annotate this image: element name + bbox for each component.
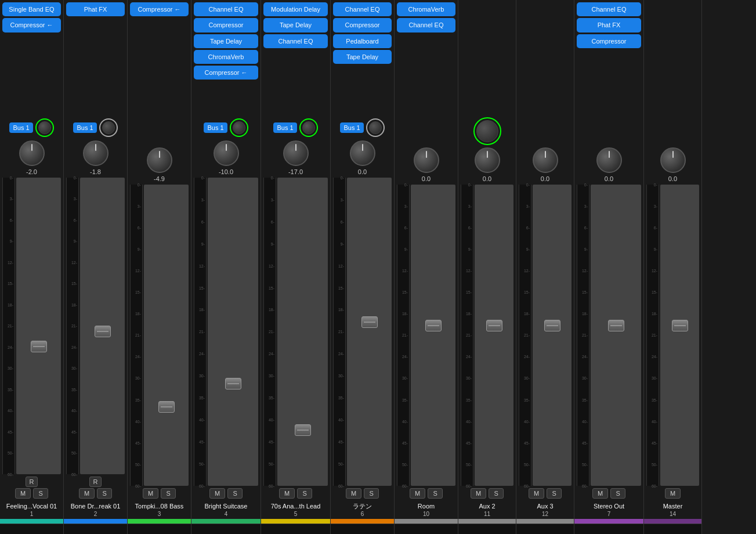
scale-tick: 60- <box>466 484 472 488</box>
send-ring-ch5[interactable] <box>299 118 318 137</box>
plugin-btn-ch3-0[interactable]: Compressor ← <box>130 2 189 16</box>
s-btn-ch12[interactable]: S <box>547 488 562 499</box>
m-btn-ch6[interactable]: M <box>346 488 361 499</box>
s-btn-ch11[interactable]: S <box>489 488 504 499</box>
plugin-btn-ch4-4[interactable]: Compressor ← <box>194 66 258 80</box>
m-btn-ch11[interactable]: M <box>471 488 486 499</box>
bus-btn-ch1[interactable]: Bus 1 <box>9 122 32 133</box>
fader-handle-ch3[interactable] <box>158 401 175 413</box>
s-btn-ch10[interactable]: S <box>428 488 443 499</box>
bottom-controls-ch14: M <box>644 487 701 500</box>
fader-handle-ch11[interactable] <box>486 320 502 331</box>
r-btn-ch1[interactable]: R <box>26 477 38 487</box>
volume-knob-ch2[interactable] <box>83 140 108 166</box>
fader-handle-ch12[interactable] <box>544 320 560 331</box>
fader-handle-ch10[interactable] <box>425 320 442 331</box>
s-btn-ch1[interactable]: S <box>33 488 48 499</box>
scale-tick: 30- <box>269 374 274 378</box>
scale-tick: 35- <box>269 396 274 400</box>
volume-knob-ch14[interactable] <box>660 147 686 173</box>
bus-btn-ch5[interactable]: Bus 1 <box>273 122 296 133</box>
scale-tick: 6- <box>526 226 530 230</box>
s-btn-ch3[interactable]: S <box>161 488 176 499</box>
s-btn-ch5[interactable]: S <box>297 488 312 499</box>
volume-knob-ch7[interactable] <box>596 147 622 173</box>
plugin-btn-ch7-1[interactable]: Phat FX <box>577 18 641 32</box>
plugin-btn-ch4-3[interactable]: ChromaVerb <box>194 50 258 64</box>
plugin-btn-ch1-0[interactable]: Single Band EQ <box>2 2 61 16</box>
fader-handle-ch4[interactable] <box>225 378 241 389</box>
plugin-btn-ch7-2[interactable]: Compressor <box>577 34 641 48</box>
m-btn-ch14[interactable]: M <box>665 488 681 499</box>
scale-tick: 60- <box>8 472 13 476</box>
s-btn-ch2[interactable]: S <box>97 488 112 499</box>
m-btn-ch10[interactable]: M <box>410 488 425 499</box>
scale-tick: 18- <box>8 302 13 306</box>
bus-btn-ch6[interactable]: Bus 1 <box>340 122 363 133</box>
fader-handle-ch6[interactable] <box>361 316 378 328</box>
plugin-btn-ch1-1[interactable]: Compressor ← <box>2 18 61 32</box>
bottom-spacer-ch6 <box>331 524 394 534</box>
m-btn-ch4[interactable]: M <box>209 488 225 499</box>
m-btn-ch2[interactable]: M <box>79 488 95 499</box>
fader-section-ch12: 0-3-6-9-12-15-18-21-24-30-35-40-45-50-60… <box>516 183 574 487</box>
fader-handle-ch7[interactable] <box>608 320 624 331</box>
plugin-btn-ch7-0[interactable]: Channel EQ <box>577 2 641 16</box>
fader-handle-ch5[interactable] <box>295 424 311 436</box>
scale-tick: 50- <box>524 462 530 466</box>
volume-knob-ch12[interactable] <box>533 147 558 173</box>
send-ring-ch1[interactable] <box>35 118 54 137</box>
send-ring-ch4[interactable] <box>230 118 248 137</box>
volume-knob-ch4[interactable] <box>214 140 239 166</box>
bus-btn-ch4[interactable]: Bus 1 <box>204 122 227 133</box>
m-btn-ch1[interactable]: M <box>15 488 31 499</box>
send-ring-ch11[interactable] <box>473 117 501 145</box>
send-ring-ch6[interactable] <box>366 118 385 137</box>
scale-tick: 0- <box>271 176 274 180</box>
scale-tick: 21- <box>652 333 657 337</box>
m-btn-ch12[interactable]: M <box>529 488 544 499</box>
m-btn-ch5[interactable]: M <box>279 488 295 499</box>
plugin-btn-ch10-0[interactable]: ChromaVerb <box>397 2 455 16</box>
s-btn-ch7[interactable]: S <box>610 488 625 499</box>
plugin-btn-ch2-0[interactable]: Phat FX <box>66 2 125 16</box>
plugin-btn-ch10-1[interactable]: Channel EQ <box>397 18 455 32</box>
plugin-btn-ch5-2[interactable]: Channel EQ <box>263 34 328 48</box>
r-btn-ch2[interactable]: R <box>89 477 102 487</box>
plugin-btn-ch6-3[interactable]: Tape Delay <box>333 50 392 64</box>
send-ring-ch2[interactable] <box>99 118 118 137</box>
volume-knob-ch1[interactable] <box>19 140 45 166</box>
fader-handle-ch2[interactable] <box>95 326 111 337</box>
s-btn-ch6[interactable]: S <box>364 488 379 499</box>
s-btn-ch4[interactable]: S <box>227 488 243 499</box>
plugin-btn-ch6-0[interactable]: Channel EQ <box>333 2 392 16</box>
plugin-btn-ch4-1[interactable]: Compressor <box>194 18 258 32</box>
plugin-btn-ch4-0[interactable]: Channel EQ <box>194 2 258 16</box>
bus-btn-ch2[interactable]: Bus 1 <box>73 122 96 133</box>
plugin-btn-ch5-1[interactable]: Tape Delay <box>263 18 328 32</box>
plugin-btn-ch6-1[interactable]: Compressor <box>333 18 392 32</box>
fader-handle-ch1[interactable] <box>31 341 47 352</box>
fader-handle-ch14[interactable] <box>672 320 688 331</box>
bottom-spacer-ch2 <box>64 524 127 534</box>
volume-knob-ch6[interactable] <box>350 140 375 166</box>
volume-knob-ch11[interactable] <box>475 147 500 173</box>
scale-tick: 15- <box>582 290 588 294</box>
scale-tick: 9- <box>526 247 530 251</box>
m-btn-ch7[interactable]: M <box>592 488 608 499</box>
plugin-btn-ch6-2[interactable]: Pedalboard <box>333 34 392 48</box>
plugin-btn-ch4-2[interactable]: Tape Delay <box>194 34 258 48</box>
volume-knob-area-ch6 <box>331 139 394 167</box>
plugin-btn-ch5-0[interactable]: Modulation Delay <box>263 2 328 16</box>
scale-tick: 21- <box>135 333 141 337</box>
volume-knob-ch5[interactable] <box>283 140 309 166</box>
bottom-controls-ch12: M S <box>516 487 574 500</box>
m-btn-ch3[interactable]: M <box>143 488 158 499</box>
volume-knob-ch10[interactable] <box>414 147 439 173</box>
scale-tick: 15- <box>71 282 77 286</box>
scale-tick: 50- <box>8 451 13 455</box>
scale-tick: 30- <box>135 376 141 380</box>
volume-knob-ch3[interactable] <box>147 147 172 173</box>
channel-ch10: ChromaVerbChannel EQ 0.0 0-3-6-9-12-15-1… <box>395 0 458 534</box>
bus-spacer-ch3 <box>128 116 191 146</box>
